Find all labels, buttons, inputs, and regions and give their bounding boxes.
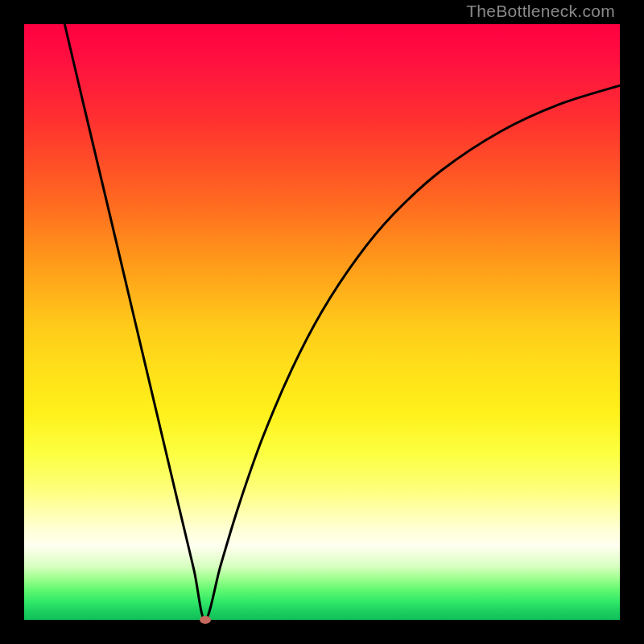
minimum-marker — [200, 616, 211, 624]
chart-frame: TheBottleneck.com — [0, 0, 644, 644]
plot-area — [24, 24, 620, 620]
bottleneck-curve — [24, 24, 620, 620]
watermark-text: TheBottleneck.com — [466, 2, 615, 21]
